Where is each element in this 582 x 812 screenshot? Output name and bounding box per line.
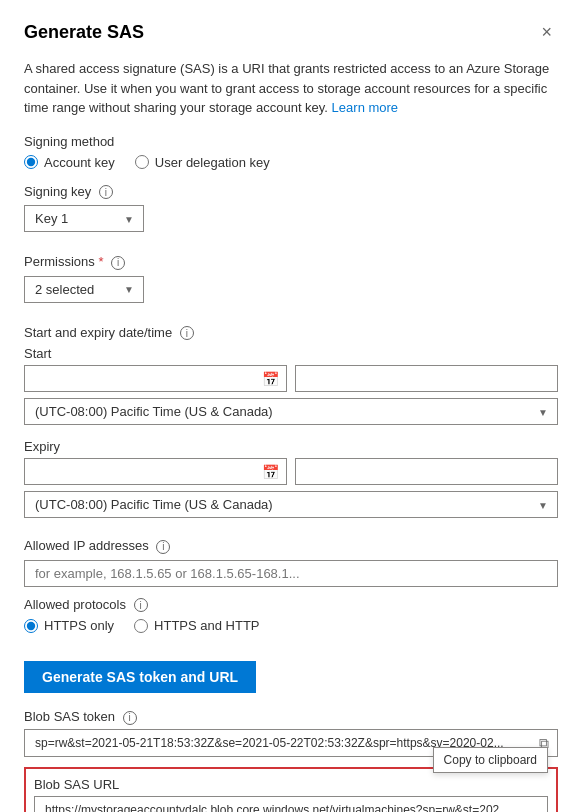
- allowed-ip-info-icon[interactable]: i: [156, 540, 170, 554]
- start-timezone-select[interactable]: (UTC-08:00) Pacific Time (US & Canada): [24, 398, 558, 425]
- start-time-input[interactable]: 11:53:32 AM: [295, 365, 558, 392]
- permissions-required: *: [98, 254, 103, 269]
- allowed-protocols-radio-group: HTTPS only HTTPS and HTTP: [24, 618, 558, 633]
- blob-sas-url-value: https://mystorageaccountvdalc.blob.core.…: [34, 796, 548, 812]
- expiry-time-input[interactable]: 7:53:32 PM: [295, 458, 558, 485]
- datetime-section: Start and expiry date/time i Start 05/21…: [24, 325, 558, 529]
- dialog-title: Generate SAS: [24, 22, 144, 43]
- blob-sas-url-section: Copy to clipboard Blob SAS URL https://m…: [24, 767, 558, 812]
- account-key-label: Account key: [44, 155, 115, 170]
- start-datetime-row: 05/21/2021 📅 11:53:32 AM: [24, 365, 558, 392]
- start-label: Start: [24, 346, 558, 361]
- https-http-radio[interactable]: HTTPS and HTTP: [134, 618, 259, 633]
- allowed-ip-section: Allowed IP addresses i: [24, 538, 558, 587]
- expiry-time-wrapper: 7:53:32 PM: [295, 458, 558, 485]
- allowed-ip-input[interactable]: [24, 560, 558, 587]
- signing-method-section: Signing method Account key User delegati…: [24, 134, 558, 170]
- allowed-protocols-info-icon[interactable]: i: [134, 598, 148, 612]
- signing-method-radio-group: Account key User delegation key: [24, 155, 558, 170]
- expiry-timezone-select[interactable]: (UTC-08:00) Pacific Time (US & Canada): [24, 491, 558, 518]
- permissions-select[interactable]: 2 selected: [24, 276, 144, 303]
- start-timezone-wrapper: (UTC-08:00) Pacific Time (US & Canada) ▼: [24, 398, 558, 425]
- permissions-select-wrapper: 2 selected ▼: [24, 276, 144, 303]
- generate-sas-dialog: Generate SAS × A shared access signature…: [0, 0, 582, 812]
- expiry-label: Expiry: [24, 439, 558, 454]
- blob-sas-url-label: Blob SAS URL: [34, 777, 548, 792]
- close-button[interactable]: ×: [535, 20, 558, 45]
- start-time-wrapper: 11:53:32 AM: [295, 365, 558, 392]
- signing-method-label: Signing method: [24, 134, 558, 149]
- allowed-ip-input-wrapper: [24, 560, 558, 587]
- copy-to-clipboard-tooltip[interactable]: Copy to clipboard: [433, 747, 548, 773]
- datetime-info-icon[interactable]: i: [180, 326, 194, 340]
- user-delegation-key-label: User delegation key: [155, 155, 270, 170]
- blob-sas-token-label: Blob SAS token i: [24, 709, 558, 725]
- learn-more-link[interactable]: Learn more: [332, 100, 398, 115]
- https-only-radio[interactable]: HTTPS only: [24, 618, 114, 633]
- user-delegation-key-radio[interactable]: User delegation key: [135, 155, 270, 170]
- dialog-header: Generate SAS ×: [24, 20, 558, 45]
- expiry-timezone-wrapper: (UTC-08:00) Pacific Time (US & Canada) ▼: [24, 491, 558, 518]
- signing-key-info-icon[interactable]: i: [99, 185, 113, 199]
- signing-key-select-wrapper: Key 1 Key 2 ▼: [24, 205, 144, 232]
- signing-key-label: Signing key i: [24, 184, 558, 200]
- start-date-wrapper: 05/21/2021 📅: [24, 365, 287, 392]
- blob-sas-token-info-icon[interactable]: i: [123, 711, 137, 725]
- permissions-section: Permissions * i 2 selected ▼: [24, 254, 558, 315]
- https-http-label: HTTPS and HTTP: [154, 618, 259, 633]
- expiry-date-wrapper: 05/21/2021 📅: [24, 458, 287, 485]
- https-only-label: HTTPS only: [44, 618, 114, 633]
- allowed-protocols-label: Allowed protocols i: [24, 597, 558, 613]
- signing-key-section: Signing key i Key 1 Key 2 ▼: [24, 184, 558, 245]
- generate-sas-button[interactable]: Generate SAS token and URL: [24, 661, 256, 693]
- expiry-date-input[interactable]: 05/21/2021: [24, 458, 287, 485]
- permissions-info-icon[interactable]: i: [111, 256, 125, 270]
- allowed-protocols-section: Allowed protocols i HTTPS only HTTPS and…: [24, 597, 558, 634]
- account-key-radio[interactable]: Account key: [24, 155, 115, 170]
- permissions-label: Permissions * i: [24, 254, 558, 270]
- description-text: A shared access signature (SAS) is a URI…: [24, 59, 558, 118]
- expiry-datetime-row: 05/21/2021 📅 7:53:32 PM: [24, 458, 558, 485]
- datetime-label: Start and expiry date/time i: [24, 325, 558, 341]
- start-date-input[interactable]: 05/21/2021: [24, 365, 287, 392]
- allowed-ip-label: Allowed IP addresses i: [24, 538, 558, 554]
- signing-key-select[interactable]: Key 1 Key 2: [24, 205, 144, 232]
